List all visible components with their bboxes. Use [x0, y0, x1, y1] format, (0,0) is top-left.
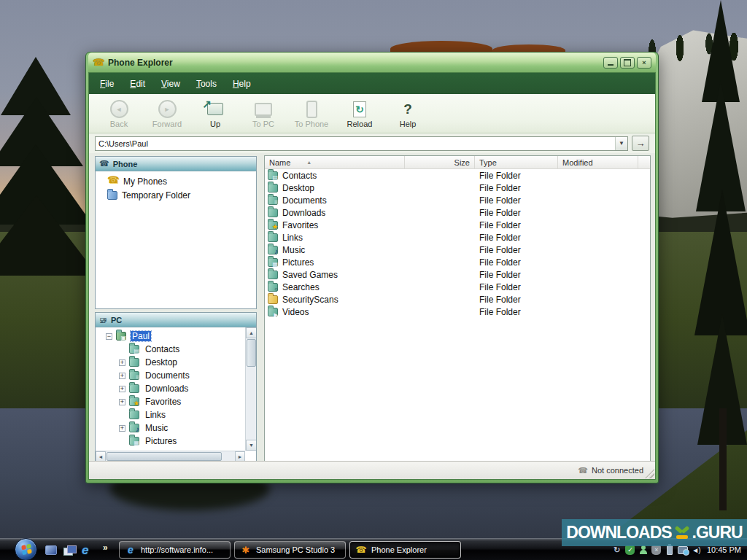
tree-item[interactable]: Desktop — [96, 356, 245, 369]
folder-icon — [107, 176, 119, 187]
phone-explorer-window: ☎ Phone Explorer × File Edit View Tools — [85, 52, 659, 483]
tree-item[interactable]: Paul — [96, 330, 245, 343]
switch-windows-icon[interactable] — [63, 545, 75, 555]
maximize-button[interactable] — [620, 57, 635, 69]
tree-item[interactable]: Contacts — [96, 343, 245, 356]
file-row[interactable]: Desktop File Folder — [265, 182, 650, 194]
app-phone-icon: ☎ — [93, 57, 104, 69]
file-rows: Contacts File Folder Desktop — [265, 169, 650, 318]
menu-item[interactable]: Tools — [188, 76, 225, 92]
folder-icon — [268, 233, 278, 242]
scroll-up-button[interactable]: ▲ — [246, 327, 257, 338]
menu-item[interactable]: Edit — [122, 76, 153, 92]
file-row[interactable]: Videos File Folder — [265, 306, 650, 318]
scrollbar-thumb[interactable] — [247, 339, 256, 367]
folder-icon — [129, 411, 139, 419]
security-check-tray-icon[interactable]: ✓ — [625, 545, 635, 555]
taskbar-button[interactable]: Phone Explorer — [349, 541, 461, 559]
folder-icon — [129, 424, 139, 432]
tree-item[interactable]: Links — [96, 408, 245, 421]
battery-tray-icon[interactable] — [667, 545, 673, 555]
minimize-button[interactable] — [603, 57, 618, 69]
scroll-down-button[interactable]: ▼ — [246, 440, 257, 451]
tree-item[interactable]: Pictures — [96, 435, 245, 448]
file-row[interactable]: Music File Folder — [265, 244, 650, 256]
scrollbar-thumb[interactable] — [107, 452, 222, 461]
tree-expander-icon[interactable] — [119, 373, 125, 379]
toolbar-button[interactable]: Help — [384, 96, 432, 133]
taskbar-button[interactable]: http://software.info... — [119, 541, 231, 559]
column-header-modified[interactable]: Modified — [558, 156, 638, 168]
column-header-size[interactable]: Size — [405, 156, 475, 168]
scroll-right-button[interactable]: ► — [235, 451, 245, 462]
resize-grip[interactable] — [645, 469, 654, 478]
tree-expander-icon[interactable] — [119, 399, 125, 405]
file-row[interactable]: Searches File Folder — [265, 281, 650, 293]
start-button[interactable] — [15, 538, 37, 560]
phone-icon: ☎ — [99, 159, 109, 168]
pc-panel: 🖳 PC Paul — [95, 312, 257, 462]
tree-expander-icon[interactable] — [119, 386, 125, 392]
address-combobox[interactable]: ▼ — [95, 136, 628, 151]
menu-item[interactable]: File — [92, 76, 122, 92]
folder-icon — [268, 246, 278, 254]
toolbar-button[interactable]: To PC — [239, 96, 287, 133]
file-row[interactable]: Documents File Folder — [265, 194, 650, 206]
client-area: ☎ Phone My Phones — [89, 153, 655, 461]
horizontal-scrollbar[interactable]: ◄ ► — [96, 451, 245, 461]
tree-expander-icon[interactable] — [119, 359, 125, 366]
taskbar-button[interactable]: Samsung PC Studio 3 — [234, 541, 346, 559]
tree-item[interactable]: Downloads — [96, 382, 245, 395]
task-buttons: http://software.info... Samsung PC Studi… — [119, 541, 461, 559]
column-header-name[interactable]: Name ▲ — [265, 156, 405, 168]
toolbar-button[interactable]: Forward — [143, 96, 191, 133]
tree-expander-icon[interactable] — [106, 333, 112, 340]
folder-icon — [129, 371, 139, 380]
folder-icon — [129, 437, 139, 446]
downloads-guru-watermark: DOWNLOADS .GURU — [562, 519, 747, 546]
tree-item[interactable]: Favorites — [96, 395, 245, 408]
folder-icon — [116, 332, 126, 341]
scroll-left-button[interactable]: ◄ — [96, 451, 106, 462]
volume-tray-icon[interactable]: ◄) — [691, 545, 701, 555]
address-input[interactable] — [96, 139, 615, 148]
folder-icon — [268, 283, 278, 292]
close-button[interactable]: × — [637, 57, 651, 69]
phone-list-item[interactable]: Temporary Folder — [97, 188, 255, 202]
tree-expander-icon[interactable] — [119, 425, 125, 432]
file-row[interactable]: Downloads File Folder — [265, 206, 650, 219]
file-row[interactable]: Contacts File Folder — [265, 169, 650, 182]
file-row[interactable]: Saved Games File Folder — [265, 268, 650, 281]
file-row[interactable]: SecurityScans File Folder — [265, 293, 650, 306]
sort-ascending-icon: ▲ — [306, 160, 311, 165]
security-alert-tray-icon[interactable]: × — [651, 545, 661, 555]
toolbar-button[interactable]: Up — [191, 96, 239, 133]
file-row[interactable]: Pictures File Folder — [265, 256, 650, 268]
tree-item[interactable]: Documents — [96, 369, 245, 382]
phone-list-item[interactable]: My Phones — [97, 174, 255, 188]
vertical-scrollbar[interactable]: ▲ ▼ — [245, 327, 256, 451]
internet-explorer-icon[interactable]: e — [82, 544, 88, 556]
wallpaper-tree-trunk — [719, 408, 727, 510]
quick-launch: e — [45, 539, 88, 560]
clock[interactable]: 10:45 PM — [707, 545, 741, 554]
tree-item[interactable]: Music — [96, 421, 245, 435]
network-tray-icon[interactable] — [678, 546, 688, 554]
menu-item[interactable]: Help — [225, 76, 259, 92]
address-dropdown-button[interactable]: ▼ — [615, 137, 627, 150]
pc-tree: Paul Contacts — [96, 327, 245, 451]
title-bar[interactable]: ☎ Phone Explorer × — [88, 52, 656, 72]
messenger-status-tray-icon[interactable] — [638, 545, 649, 555]
menu-item[interactable]: View — [153, 76, 188, 92]
file-row[interactable]: Favorites File Folder — [265, 219, 650, 231]
column-header-type[interactable]: Type — [475, 156, 558, 168]
toolbar-button[interactable]: To Phone — [287, 96, 336, 133]
folder-icon — [129, 397, 139, 406]
file-row[interactable]: Links File Folder — [265, 231, 650, 244]
toolbar-button[interactable]: Reload — [336, 96, 384, 133]
show-desktop-icon[interactable] — [45, 545, 57, 555]
go-button[interactable]: → — [632, 136, 649, 151]
sync-tray-icon[interactable]: ↻ — [612, 545, 622, 555]
toolbar-overflow-chevron[interactable]: » — [103, 542, 108, 553]
toolbar-button[interactable]: Back — [95, 96, 143, 133]
